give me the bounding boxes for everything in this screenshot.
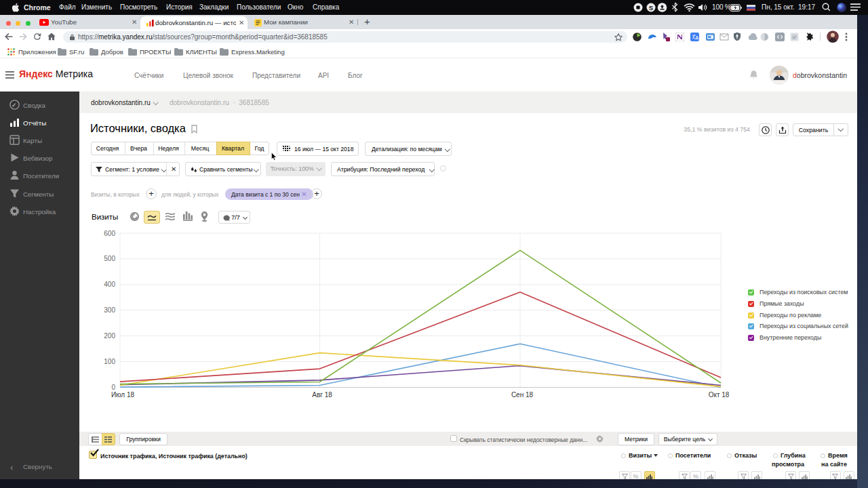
svg-text:600: 600 [104, 230, 115, 237]
svg-text:Окт 18: Окт 18 [709, 391, 730, 399]
svg-text:0: 0 [111, 384, 115, 391]
svg-text:100: 100 [104, 358, 115, 365]
svg-text:200: 200 [104, 332, 115, 340]
svg-text:S: S [649, 4, 653, 12]
svg-text:300: 300 [104, 306, 115, 314]
svg-text:500: 500 [104, 255, 115, 262]
svg-text:Сен 18: Сен 18 [511, 391, 534, 399]
svg-text:Авг 18: Авг 18 [312, 391, 332, 399]
svg-text:400: 400 [104, 281, 115, 288]
svg-text:Июл 18: Июл 18 [111, 391, 135, 399]
